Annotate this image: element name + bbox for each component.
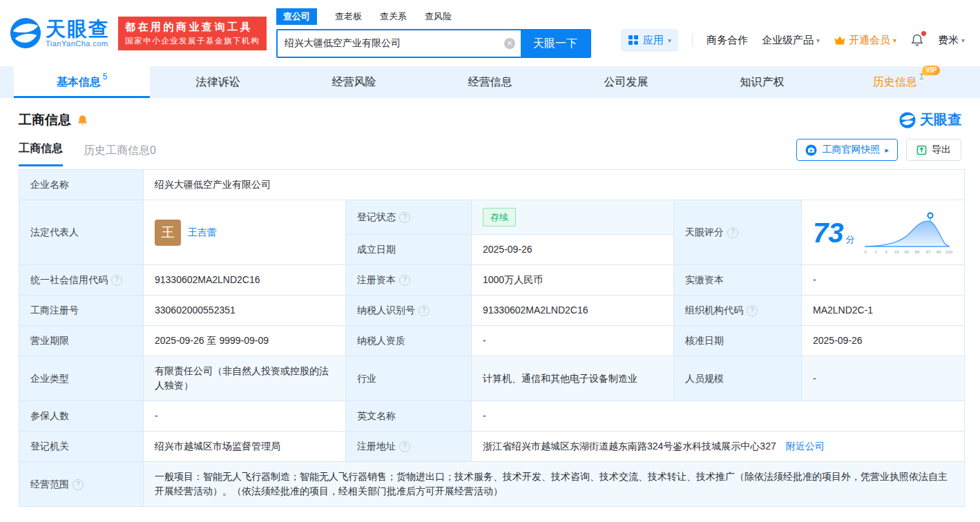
value-text: - — [155, 410, 158, 421]
help-icon[interactable]: ? — [73, 479, 84, 490]
field-value-english-name: - — [472, 401, 965, 432]
enterprise-label: 企业级产品 — [762, 34, 814, 47]
table-row: 参保人数 - 英文名称 - — [19, 401, 965, 432]
tab-operating-risk[interactable]: 经营风险 — [286, 66, 422, 98]
search-button[interactable]: 天眼一下 — [521, 30, 590, 57]
table-row: 经营范围? 一般项目：智能无人飞行器制造；智能无人飞行器销售；货物进出口；技术服… — [19, 462, 965, 507]
nav-business-cooperation[interactable]: 商务合作 — [707, 34, 748, 47]
table-row: 统一社会信用代码? 91330602MA2LND2C16 注册资本? 1000万… — [19, 265, 965, 296]
value-text: 2025-09-26 — [813, 335, 863, 346]
value-text: MA2LND2C-1 — [813, 304, 873, 316]
label-text: 企业名称 — [30, 179, 69, 190]
apps-menu-button[interactable]: 应用 ▾ — [621, 29, 678, 52]
label-text: 注册地址 — [357, 441, 396, 452]
svg-text:100: 100 — [945, 249, 953, 254]
value-text: 绍兴大疆低空产业有限公司 — [155, 179, 271, 190]
help-icon[interactable]: ? — [111, 275, 122, 286]
legal-rep-avatar[interactable]: 王 — [155, 220, 181, 246]
search-tab-relation[interactable]: 查关系 — [380, 10, 407, 23]
slogan-line2: 国家中小企业发展子基金旗下机构 — [125, 36, 260, 46]
chevron-down-icon: ▾ — [893, 37, 896, 44]
value-text: 计算机、通信和其他电子设备制造业 — [483, 373, 637, 384]
legal-rep-link[interactable]: 王吉蕾 — [188, 225, 217, 240]
tab-intellectual-property[interactable]: 知识产权 — [694, 66, 830, 98]
label-text: 营业期限 — [30, 335, 69, 346]
svg-text:3: 3 — [885, 249, 887, 254]
tab-label: 历史信息 — [873, 75, 917, 90]
value-text: - — [483, 410, 486, 421]
field-label-business-term: 营业期限 — [19, 326, 144, 356]
nav-enterprise-products[interactable]: 企业级产品 ▾ — [762, 34, 820, 47]
section-title-text: 工商信息 — [19, 111, 71, 129]
label-text: 行业 — [357, 373, 376, 384]
label-text: 纳税人资质 — [357, 335, 405, 346]
field-value-company-type: 有限责任公司（非自然人投资或控股的法人独资） — [144, 356, 346, 401]
apps-grid-icon — [628, 35, 639, 46]
label-text: 组织机构代码 — [685, 304, 743, 316]
label-text: 注册资本 — [357, 274, 396, 285]
tianyancha-logo[interactable]: 天眼查 TianYanCha.com — [10, 17, 110, 49]
export-button[interactable]: 导出 — [906, 139, 961, 161]
subtab-actions: 工商官网快照 ▸ 导出 — [796, 139, 961, 166]
svg-text:15: 15 — [894, 249, 899, 254]
tab-basic-info[interactable]: 基本信息5 — [14, 66, 150, 98]
field-label-industry: 行业 — [346, 356, 472, 401]
notifications-bell[interactable] — [910, 32, 924, 48]
value-text: 91330602MA2LND2C16 — [155, 274, 260, 285]
field-value-legal-rep: 王 王吉蕾 — [144, 200, 346, 265]
label-text: 统一社会信用代码 — [30, 274, 108, 285]
nearby-companies-link[interactable]: 附近公司 — [786, 441, 825, 452]
help-icon[interactable]: ? — [399, 275, 410, 286]
table-row: 工商注册号 330602000552351 纳税人识别号? 91330602MA… — [19, 296, 965, 326]
field-value-insured-count: - — [144, 401, 346, 432]
search-tab-company[interactable]: 查公司 — [276, 8, 317, 25]
user-menu[interactable]: 费米 ▾ — [938, 34, 965, 47]
tab-operating-info[interactable]: 经营信息 — [422, 66, 558, 98]
help-icon[interactable]: ? — [419, 305, 430, 316]
tab-legal-proceedings[interactable]: 法律诉讼 — [150, 66, 286, 98]
value-text: 浙江省绍兴市越城区东湖街道越东南路324号鉴水科技城展示中心327 — [483, 441, 776, 452]
help-icon[interactable]: ? — [727, 227, 738, 238]
username: 费米 — [938, 34, 959, 47]
value-text: - — [813, 373, 816, 384]
tianyan-score[interactable]: 73 分 — [813, 219, 855, 246]
clear-search-icon[interactable]: ✕ — [504, 38, 515, 49]
help-icon[interactable]: ? — [747, 305, 758, 316]
field-value-business-scope: 一般项目：智能无人飞行器制造；智能无人飞行器销售；货物进出口；技术服务、技术开发… — [144, 462, 965, 507]
field-label-company-type: 企业类型 — [19, 356, 144, 401]
field-label-score: 天眼评分? — [674, 200, 802, 265]
tab-count: 5 — [103, 72, 108, 81]
help-icon[interactable]: ? — [399, 441, 410, 452]
subtab-business-info[interactable]: 工商信息 — [19, 142, 63, 166]
brand-watermark: 天眼查 — [899, 110, 961, 129]
field-value-reg-number: 330602000552351 — [144, 296, 346, 326]
search-tab-risk[interactable]: 查风险 — [425, 10, 452, 23]
tianyancha-logo-icon — [899, 112, 916, 128]
table-row: 营业期限 2025-09-26 至 9999-09-09 纳税人资质 - 核准日… — [19, 326, 965, 356]
tab-company-development[interactable]: 公司发展 — [558, 66, 694, 98]
chevron-down-icon: ▾ — [816, 37, 820, 44]
tab-label: 基本信息 — [57, 75, 101, 90]
nav-divider — [692, 34, 693, 46]
nav-open-membership[interactable]: 开通会员 ▾ — [834, 34, 896, 47]
search-tab-boss[interactable]: 查老板 — [335, 10, 362, 23]
value-text: 330602000552351 — [155, 304, 236, 316]
label-text: 纳税人识别号 — [357, 304, 415, 316]
field-value-staff-size: - — [802, 356, 965, 401]
subtab-history-business-info[interactable]: 历史工商信息0 — [84, 144, 156, 166]
field-label-taxpayer-quality: 纳税人资质 — [346, 326, 472, 356]
business-snapshot-button[interactable]: 工商官网快照 ▸ — [796, 139, 898, 161]
help-icon[interactable]: ? — [399, 212, 410, 223]
score-unit: 分 — [846, 232, 855, 246]
header-nav: 应用 ▾ 商务合作 企业级产品 ▾ 开通会员 ▾ 费米 ▾ — [621, 29, 965, 52]
subscribe-bell-icon[interactable] — [77, 114, 88, 126]
chevron-right-icon: ▸ — [885, 146, 889, 155]
label-text: 工商注册号 — [30, 304, 79, 316]
tab-history-info[interactable]: 历史信息1 VIP — [830, 66, 966, 98]
field-value-paid-capital: - — [802, 265, 965, 296]
search-input[interactable] — [278, 30, 504, 57]
field-value-org-code: MA2LND2C-1 — [802, 296, 965, 326]
score-distribution-chart[interactable]: 0 1 3 15 50 85 97 99 100 — [862, 211, 953, 255]
vip-badge: VIP — [922, 66, 940, 75]
chevron-down-icon: ▾ — [668, 37, 671, 44]
